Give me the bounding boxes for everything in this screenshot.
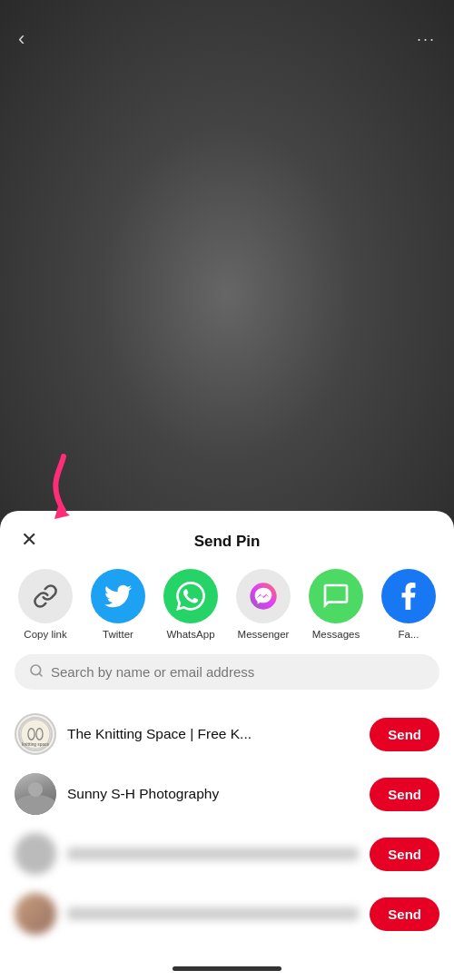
search-input[interactable] xyxy=(51,664,425,680)
share-item-messenger[interactable]: Messenger xyxy=(231,569,296,640)
messenger-icon xyxy=(236,569,291,623)
avatar-blurred xyxy=(15,833,56,875)
share-item-facebook[interactable]: Fa... xyxy=(376,569,441,640)
bottom-sheet: ✕ Send Pin Copy link Twitter xyxy=(0,511,454,980)
messages-label: Messages xyxy=(312,629,360,640)
share-item-twitter[interactable]: Twitter xyxy=(85,569,151,640)
avatar-blurred xyxy=(15,893,56,935)
close-button[interactable]: ✕ xyxy=(15,525,44,554)
whatsapp-label: WhatsApp xyxy=(166,629,214,640)
copy-link-label: Copy link xyxy=(24,629,66,640)
contact-name-blurred xyxy=(67,907,359,920)
svg-text:knitting space: knitting space xyxy=(22,742,50,747)
contact-name-blurred xyxy=(67,848,359,860)
contact-name: The Knitting Space | Free K... xyxy=(67,726,359,742)
back-icon[interactable]: ‹ xyxy=(18,27,25,51)
contact-row: knitting space The Knitting Space | Free… xyxy=(15,704,439,764)
contact-row: Send xyxy=(15,884,439,944)
sheet-title: Send Pin xyxy=(0,529,454,551)
facebook-icon xyxy=(381,569,436,623)
twitter-label: Twitter xyxy=(103,629,133,640)
copy-link-icon xyxy=(18,569,73,623)
share-item-copy-link[interactable]: Copy link xyxy=(13,569,78,640)
twitter-icon xyxy=(91,569,145,623)
send-button[interactable]: Send xyxy=(370,778,439,811)
search-bar xyxy=(15,654,439,690)
contact-name: Sunny S-H Photography xyxy=(67,786,359,802)
contact-row: Sunny S-H Photography Send xyxy=(15,764,439,824)
whatsapp-icon xyxy=(163,569,218,623)
messenger-label: Messenger xyxy=(238,629,290,640)
more-options-icon[interactable]: ··· xyxy=(417,30,436,49)
share-item-messages[interactable]: Messages xyxy=(303,569,369,640)
contact-row: Send xyxy=(15,824,439,884)
top-bar: ‹ ··· xyxy=(0,27,454,51)
send-button[interactable]: Send xyxy=(370,897,439,931)
send-button[interactable]: Send xyxy=(370,718,439,751)
share-item-whatsapp[interactable]: WhatsApp xyxy=(158,569,223,640)
search-icon xyxy=(29,663,44,681)
pink-arrow-indicator xyxy=(20,452,70,524)
messages-icon xyxy=(309,569,363,623)
home-indicator xyxy=(173,966,281,971)
share-row: Copy link Twitter WhatsApp xyxy=(0,569,454,640)
avatar xyxy=(15,773,56,815)
svg-line-3 xyxy=(39,673,42,676)
send-button[interactable]: Send xyxy=(370,838,439,871)
contact-list: knitting space The Knitting Space | Free… xyxy=(0,704,454,944)
avatar: knitting space xyxy=(15,713,56,755)
facebook-label: Fa... xyxy=(398,629,419,640)
